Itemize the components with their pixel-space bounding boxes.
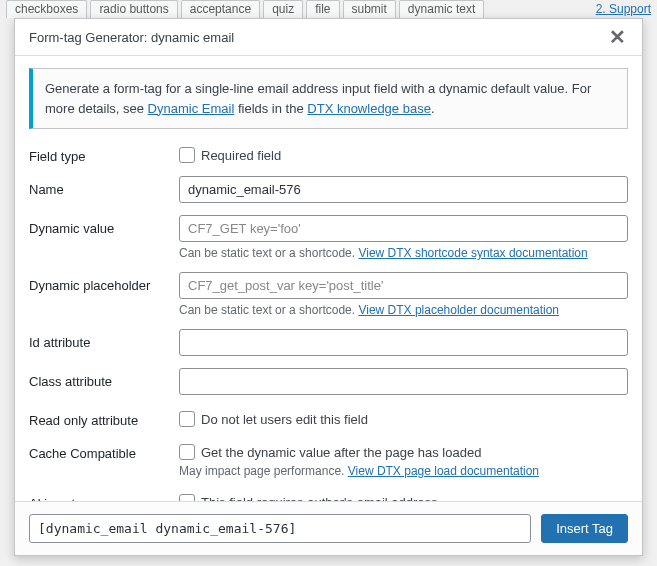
cache-checkbox[interactable] bbox=[179, 444, 195, 460]
modal-footer: Insert Tag bbox=[15, 501, 642, 555]
row-name: Name bbox=[29, 176, 628, 203]
modal-body: Generate a form-tag for a single-line em… bbox=[15, 56, 642, 501]
dynamic-email-link[interactable]: Dynamic Email bbox=[148, 101, 235, 116]
label-dynamic-placeholder: Dynamic placeholder bbox=[29, 272, 179, 293]
dynamic-value-helper: Can be static text or a shortcode. View … bbox=[179, 246, 628, 260]
label-readonly: Read only attribute bbox=[29, 407, 179, 428]
helper-text: Can be static text or a shortcode. bbox=[179, 303, 358, 317]
bg-right-text: 2. Support bbox=[596, 2, 651, 16]
bg-tab[interactable]: checkboxes bbox=[6, 0, 87, 18]
row-dynamic-placeholder: Dynamic placeholder Can be static text o… bbox=[29, 272, 628, 317]
bg-tab[interactable]: acceptance bbox=[181, 0, 260, 18]
readonly-text: Do not let users edit this field bbox=[201, 412, 368, 427]
cache-text: Get the dynamic value after the page has… bbox=[201, 445, 481, 460]
bg-tab[interactable]: file bbox=[306, 0, 339, 18]
required-field-label: Required field bbox=[201, 148, 281, 163]
bg-tab[interactable]: quiz bbox=[263, 0, 303, 18]
row-dynamic-value: Dynamic value Can be static text or a sh… bbox=[29, 215, 628, 260]
form-tag-generator-modal: Form-tag Generator: dynamic email ✕ Gene… bbox=[14, 18, 643, 556]
row-cache-compatible: Cache Compatible Get the dynamic value a… bbox=[29, 440, 628, 478]
dynamic-value-input[interactable] bbox=[179, 215, 628, 242]
label-akismet: Akismet bbox=[29, 490, 179, 501]
dtx-page-load-doc-link[interactable]: View DTX page load documentation bbox=[348, 464, 539, 478]
tag-output-field[interactable] bbox=[29, 514, 531, 543]
akismet-checkbox[interactable] bbox=[179, 494, 195, 501]
label-dynamic-value: Dynamic value bbox=[29, 215, 179, 236]
dtx-shortcode-syntax-link[interactable]: View DTX shortcode syntax documentation bbox=[358, 246, 587, 260]
support-link[interactable]: 2. Support bbox=[596, 2, 651, 16]
row-field-type: Field type Required field bbox=[29, 143, 628, 164]
akismet-checkbox-wrap[interactable]: This field requires author's email addre… bbox=[179, 490, 628, 501]
modal-header: Form-tag Generator: dynamic email ✕ bbox=[15, 19, 642, 56]
info-text-mid: fields in the bbox=[234, 101, 307, 116]
label-field-type: Field type bbox=[29, 143, 179, 164]
dynamic-placeholder-helper: Can be static text or a shortcode. View … bbox=[179, 303, 628, 317]
cache-checkbox-wrap[interactable]: Get the dynamic value after the page has… bbox=[179, 440, 628, 460]
row-readonly: Read only attribute Do not let users edi… bbox=[29, 407, 628, 428]
readonly-checkbox-wrap[interactable]: Do not let users edit this field bbox=[179, 407, 628, 427]
readonly-checkbox[interactable] bbox=[179, 411, 195, 427]
label-id-attribute: Id attribute bbox=[29, 329, 179, 350]
row-id-attribute: Id attribute bbox=[29, 329, 628, 356]
required-field-checkbox[interactable] bbox=[179, 147, 195, 163]
row-akismet: Akismet This field requires author's ema… bbox=[29, 490, 628, 501]
class-attribute-input[interactable] bbox=[179, 368, 628, 395]
helper-text: Can be static text or a shortcode. bbox=[179, 246, 358, 260]
row-class-attribute: Class attribute bbox=[29, 368, 628, 395]
modal-title: Form-tag Generator: dynamic email bbox=[29, 30, 234, 45]
label-name: Name bbox=[29, 176, 179, 197]
bg-tab[interactable]: dynamic text bbox=[399, 0, 484, 18]
dtx-placeholder-doc-link[interactable]: View DTX placeholder documentation bbox=[358, 303, 559, 317]
close-icon[interactable]: ✕ bbox=[607, 27, 628, 47]
label-cache-compatible: Cache Compatible bbox=[29, 440, 179, 461]
required-field-checkbox-wrap[interactable]: Required field bbox=[179, 143, 628, 163]
bg-tab[interactable]: submit bbox=[343, 0, 396, 18]
insert-tag-button[interactable]: Insert Tag bbox=[541, 514, 628, 543]
helper-text: May impact page performance. bbox=[179, 464, 348, 478]
cache-helper: May impact page performance. View DTX pa… bbox=[179, 464, 628, 478]
dtx-knowledge-base-link[interactable]: DTX knowledge base bbox=[307, 101, 431, 116]
label-class-attribute: Class attribute bbox=[29, 368, 179, 389]
dynamic-placeholder-input[interactable] bbox=[179, 272, 628, 299]
info-box: Generate a form-tag for a single-line em… bbox=[29, 68, 628, 129]
info-text-post: . bbox=[431, 101, 435, 116]
id-attribute-input[interactable] bbox=[179, 329, 628, 356]
bg-tab[interactable]: radio buttons bbox=[90, 0, 177, 18]
name-input[interactable] bbox=[179, 176, 628, 203]
background-tabs: checkboxes radio buttons acceptance quiz… bbox=[0, 0, 657, 18]
